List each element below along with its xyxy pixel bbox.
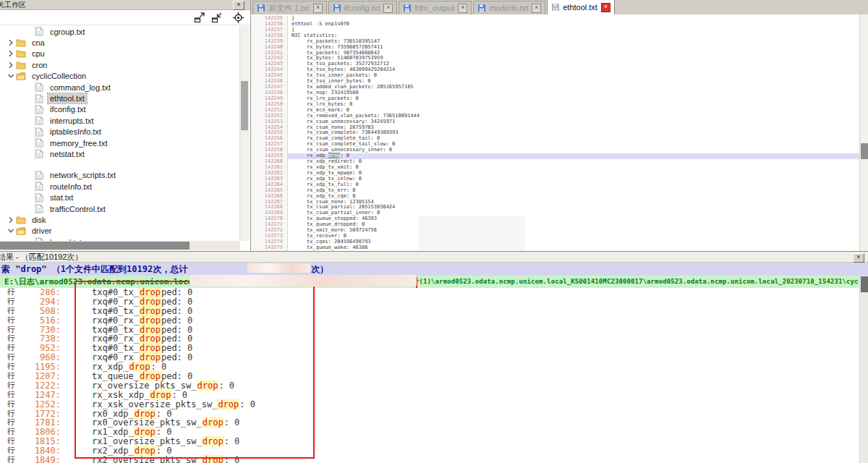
floppy-icon xyxy=(333,4,341,12)
result-line-number: 1247: xyxy=(19,391,61,400)
tree-item-stat.txt[interactable]: stat.txt xyxy=(0,192,240,203)
editor-area[interactable]: 142235}142236ethtool -S enp1s0f0142237{1… xyxy=(251,14,859,251)
result-row[interactable]: 行1849:rx2_oversize_pkts_sw_drop: 0 xyxy=(0,456,868,463)
tree-item-disk[interactable]: disk xyxy=(0,214,240,225)
tree-item-label: ifconfig.txt xyxy=(48,104,88,114)
tab-modinfo.txt[interactable]: modinfo.txt× xyxy=(473,1,545,14)
tree-item-iptablesInfo.txt[interactable]: iptablesInfo.txt xyxy=(0,127,240,137)
result-file-path-row[interactable]: E:\日志\armod0523.odata.ncmp.unicom.loca r… xyxy=(0,276,868,288)
tree-item-cyclicCollection[interactable]: cyclicCollection xyxy=(0,71,240,82)
tree-item-cna[interactable]: cna xyxy=(0,37,240,48)
tab-ifconfig.txt[interactable]: ifconfig.txt× xyxy=(328,1,398,14)
match-highlight: drop xyxy=(134,409,156,419)
scrollbar-thumb[interactable] xyxy=(0,242,190,250)
match-prefix: rx1_oversize_pkts_sw_ xyxy=(92,436,202,446)
tab-close-icon[interactable]: × xyxy=(313,4,323,13)
chevron-closed-icon[interactable] xyxy=(7,216,16,224)
chevron-closed-icon[interactable] xyxy=(7,39,16,46)
result-row-label: 行 xyxy=(7,456,15,463)
scrollbar-thumb[interactable] xyxy=(861,276,868,292)
expand-in-icon[interactable] xyxy=(211,12,223,23)
result-row-label: 行 xyxy=(7,372,15,381)
editor-line-text: rx_xdp_drop: 0 xyxy=(288,153,859,159)
match-suffix: : 0 xyxy=(224,436,240,446)
result-file-path-head: E:\日志\armod0523.odata.ncmp.unicom.loca xyxy=(4,276,192,288)
editor-line-text: rx_xdp_tx_full: 0 xyxy=(288,182,859,188)
editor-line-text: rx_lro_packets: 0 xyxy=(288,96,859,102)
tab-close-icon[interactable]: × xyxy=(458,4,467,13)
tree-item-cron[interactable]: cron xyxy=(0,59,240,70)
tree-item-network_scripts.txt[interactable]: network_scripts.txt xyxy=(0,170,240,181)
tree-item-driver[interactable]: driver xyxy=(0,226,240,237)
match-highlight: drop xyxy=(139,352,161,362)
tree-item-routeInfo.txt[interactable]: routeInfo.txt xyxy=(0,181,240,192)
match-suffix: : 0 xyxy=(156,427,172,437)
tree-vertical-scrollbar[interactable] xyxy=(239,26,249,241)
editor-line[interactable]: 142275 tx_queue_wake: 46386 xyxy=(251,245,859,251)
chevron-open-icon[interactable] xyxy=(7,72,16,80)
editor-line-text: tx_nop: 232419588 xyxy=(288,90,859,96)
tree-item-ethtool.txt[interactable]: ethtool.txt xyxy=(0,93,240,103)
search-summary-row[interactable]: 索 "drop" （1个文件中匹配到10192次，总计 次） xyxy=(0,263,868,276)
tab-fdm_output[interactable]: fdm_output× xyxy=(399,1,472,14)
search-results-panel: 结果 - （匹配10192次） × 索 "drop" （1个文件中匹配到1019… xyxy=(0,251,868,463)
match-suffix: : 0 xyxy=(156,446,172,456)
tab-close-icon[interactable]: × xyxy=(532,4,541,13)
scrollbar-thumb[interactable] xyxy=(241,81,248,130)
workspace-close-button[interactable]: × xyxy=(233,1,244,10)
folder-icon xyxy=(16,216,26,224)
results-vertical-scrollbar[interactable] xyxy=(859,276,868,463)
scrollbar-thumb[interactable] xyxy=(861,143,868,159)
workspace-toolbar xyxy=(0,10,250,25)
expand-out-icon[interactable] xyxy=(194,12,205,23)
editor-line[interactable]: 142237{ xyxy=(251,27,859,33)
tree-horizontal-scrollbar[interactable] xyxy=(0,241,240,250)
file-tree: cgroup.txtcnacpucroncyclicCollectioncomm… xyxy=(0,26,240,241)
tree-item-memory_free.txt[interactable]: memory_free.txt xyxy=(0,137,240,148)
editor-line-text: rx_csum_unnecessary_inner: 0 xyxy=(288,148,859,153)
tab-label: fdm_output xyxy=(414,4,454,12)
match-suffix: ped: 0 xyxy=(161,297,192,307)
tree-item-label: cron xyxy=(30,60,49,70)
editor-vertical-scrollbar[interactable] xyxy=(859,14,868,251)
tree-item-ifconfig.txt[interactable]: ifconfig.txt xyxy=(0,104,240,115)
chevron-open-icon[interactable] xyxy=(7,227,16,234)
match-prefix: txq#0_tx_ xyxy=(92,306,139,316)
editor-line-text: { xyxy=(288,27,859,33)
results-close-button[interactable]: × xyxy=(853,253,864,263)
tree-item-command_log.txt[interactable]: command_log.txt xyxy=(0,82,240,93)
tree-item-label: cna xyxy=(30,38,47,48)
match-prefix: txq#0_tx_ xyxy=(92,343,139,353)
result-match-text: rx2_oversize_pkts_sw_drop: 0 xyxy=(92,456,239,463)
match-prefix: rxq#0_rx_ xyxy=(92,352,139,362)
file-icon xyxy=(35,193,43,203)
match-suffix: : 0 xyxy=(156,409,172,419)
tab-close-icon[interactable]: × xyxy=(383,4,393,13)
tree-item-label: stat.txt xyxy=(48,192,75,203)
tree-item-interrupts.txt[interactable]: interrupts.txt xyxy=(0,115,240,126)
match-highlight: drop xyxy=(197,381,219,391)
editor-line-text: tx_queue_stopped: 46393 xyxy=(288,216,859,222)
tree-item-netstat.txt[interactable]: netstat.txt xyxy=(0,148,240,159)
result-match-list: 行286:txq#0_tx_dropped: 0行294:rxq#0_rx_dr… xyxy=(0,288,868,463)
tab-ethtool.txt[interactable]: ethtool.txt× xyxy=(547,0,615,14)
tab-close-icon[interactable]: × xyxy=(601,3,610,12)
tree-item-cpu[interactable]: cpu xyxy=(0,48,240,59)
locate-file-icon[interactable] xyxy=(233,12,244,23)
tree-item-label: iptablesInfo.txt xyxy=(48,127,103,137)
editor-line-text: } xyxy=(288,16,859,22)
chevron-closed-icon[interactable] xyxy=(7,61,16,69)
match-prefix: rxq#0_rx_ xyxy=(92,315,139,326)
match-prefix: rx0_oversize_pkts_sw_ xyxy=(92,417,202,428)
match-highlight: drop xyxy=(202,417,224,428)
tree-item-cgroup.txt[interactable]: cgroup.txt xyxy=(0,26,240,37)
tab--1.txt[interactable]: 新文件 1.txt× xyxy=(252,1,327,14)
editor-line[interactable]: 142236ethtool -S enp1s0f0 xyxy=(251,22,859,27)
tree-item-label: command_log.txt xyxy=(48,82,113,93)
match-prefix: rxq#0_rx_ xyxy=(92,297,139,307)
tree-item-trafficControl.txt[interactable]: trafficControl.txt xyxy=(0,203,240,214)
tab-label: ifconfig.txt xyxy=(344,4,380,12)
results-title-bar: 结果 - （匹配10192次） × xyxy=(0,252,868,263)
chevron-closed-icon[interactable] xyxy=(7,50,16,57)
result-row-label: 行 xyxy=(7,307,15,316)
